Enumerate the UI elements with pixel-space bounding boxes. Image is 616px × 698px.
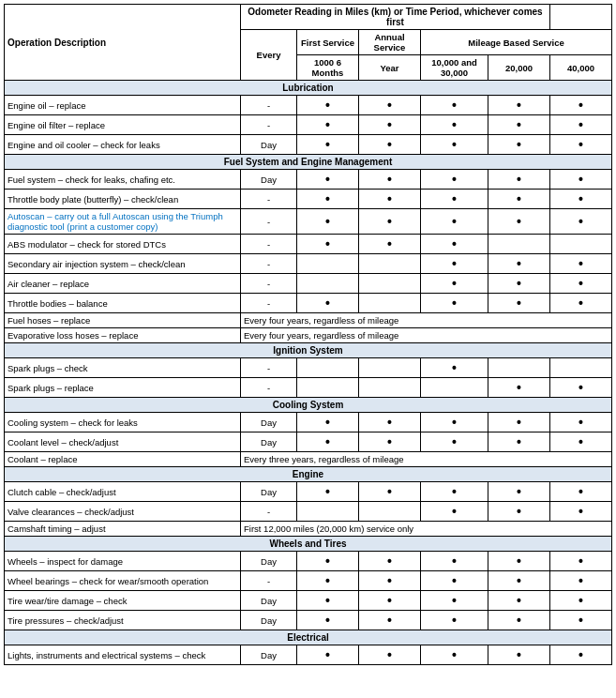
annual-cell: • [359, 591, 421, 611]
first-1000-header: 1000 6 Months [297, 55, 359, 81]
section-header-3: Cooling System [5, 398, 612, 413]
op-desc-header: Operation Description [5, 5, 241, 81]
m10-cell: • [421, 358, 488, 378]
m40-cell: • [550, 209, 612, 235]
m40-cell: • [550, 190, 612, 209]
m20-cell: • [488, 552, 550, 571]
op-desc-cell: Fuel system – check for leaks, chafing e… [5, 170, 241, 190]
op-desc-cell: Spark plugs – replace [5, 378, 241, 398]
every-cell: - [241, 115, 297, 135]
table-row: Wheels – inspect for damageDay••••• [5, 552, 612, 571]
m20-cell [488, 358, 550, 378]
m10-cell: • [421, 254, 488, 274]
annual-cell: • [359, 611, 421, 630]
section-header-5: Wheels and Tires [5, 537, 612, 552]
annual-cell: • [359, 645, 421, 665]
m40-cell: • [550, 294, 612, 313]
annual-cell [359, 294, 421, 313]
annual-cell: • [359, 413, 421, 432]
m40-cell: • [550, 274, 612, 294]
table-row: Engine oil – replace-••••• [5, 96, 612, 115]
m10-cell: • [421, 611, 488, 630]
annual-service-header: Annual Service [359, 30, 421, 55]
table-row: Throttle body plate (butterfly) – check/… [5, 190, 612, 209]
annual-cell: • [359, 96, 421, 115]
table-row: Air cleaner – replace-••• [5, 274, 612, 294]
table-row: ABS modulator – check for stored DTCs-••… [5, 235, 612, 254]
annual-cell: • [359, 115, 421, 135]
table-row: Tire wear/tire damage – checkDay••••• [5, 591, 612, 611]
section-header-6: Electrical [5, 630, 612, 645]
m40-cell [550, 235, 612, 254]
span-text-cell: First 12,000 miles (20,000 km) service o… [241, 522, 612, 537]
table-row: Fuel hoses – replaceEvery four years, re… [5, 313, 612, 328]
op-desc-cell: Camshaft timing – adjust [5, 522, 241, 537]
section-header-0: Lubrication [5, 81, 612, 96]
every-cell: Day [241, 432, 297, 452]
m20-cell: • [488, 378, 550, 398]
first-cell [297, 378, 359, 398]
table-row: Autoscan – carry out a full Autoscan usi… [5, 209, 612, 235]
m20-cell: • [488, 254, 550, 274]
m20-cell: • [488, 482, 550, 502]
op-desc-cell: Throttle body plate (butterfly) – check/… [5, 190, 241, 209]
m20-cell: • [488, 190, 550, 209]
m20-cell [488, 235, 550, 254]
m40-cell: • [550, 611, 612, 630]
m10-cell [421, 378, 488, 398]
m10-cell: • [421, 552, 488, 571]
m10-cell: • [421, 591, 488, 611]
m10-cell: • [421, 274, 488, 294]
first-cell: • [297, 432, 359, 452]
first-cell [297, 274, 359, 294]
table-row: Valve clearances – check/adjust-••• [5, 502, 612, 522]
op-desc-cell: Tire pressures – check/adjust [5, 611, 241, 630]
every-cell: - [241, 571, 297, 591]
m20-cell: • [488, 294, 550, 313]
annual-cell: • [359, 209, 421, 235]
annual-cell: • [359, 432, 421, 452]
m20-cell: • [488, 115, 550, 135]
every-cell: Day [241, 591, 297, 611]
span-text-cell: Every four years, regardless of mileage [241, 328, 612, 343]
first-cell: • [297, 611, 359, 630]
first-cell: • [297, 591, 359, 611]
op-desc-cell: Coolant – replace [5, 452, 241, 467]
span-text-cell: Every three years, regardless of mileage [241, 452, 612, 467]
every-cell: - [241, 358, 297, 378]
every-cell: Day [241, 135, 297, 155]
m20-cell: • [488, 611, 550, 630]
every-cell: Day [241, 482, 297, 502]
annual-cell: • [359, 552, 421, 571]
m10-cell: • [421, 645, 488, 665]
every-cell: - [241, 378, 297, 398]
op-desc-cell: Tire wear/tire damage – check [5, 591, 241, 611]
every-cell: Day [241, 413, 297, 432]
m10-cell: • [421, 170, 488, 190]
m40-cell: • [550, 502, 612, 522]
every-cell: - [241, 502, 297, 522]
op-desc-cell: Coolant level – check/adjust [5, 432, 241, 452]
span-text-cell: Every four years, regardless of mileage [241, 313, 612, 328]
first-cell: • [297, 135, 359, 155]
m10-cell: • [421, 190, 488, 209]
first-cell: • [297, 115, 359, 135]
table-row: Lights, instruments and electrical syste… [5, 645, 612, 665]
op-desc-cell: Clutch cable – check/adjust [5, 482, 241, 502]
m10-cell: • [421, 294, 488, 313]
op-desc-cell: Wheel bearings – check for wear/smooth o… [5, 571, 241, 591]
mile-10000-header: 10,000 and 30,000 [421, 55, 488, 81]
m10-cell: • [421, 135, 488, 155]
first-cell: • [297, 235, 359, 254]
table-row: Engine oil filter – replace-••••• [5, 115, 612, 135]
service-table: Operation Description Odometer Reading i… [4, 4, 612, 665]
every-cell: - [241, 274, 297, 294]
m20-cell: • [488, 96, 550, 115]
m10-cell: • [421, 502, 488, 522]
mileage-based-header: Mileage Based Service [421, 30, 612, 55]
annual-cell: • [359, 482, 421, 502]
table-row: Cooling system – check for leaksDay••••• [5, 413, 612, 432]
m40-cell: • [550, 571, 612, 591]
first-cell: • [297, 209, 359, 235]
m10-cell: • [421, 482, 488, 502]
